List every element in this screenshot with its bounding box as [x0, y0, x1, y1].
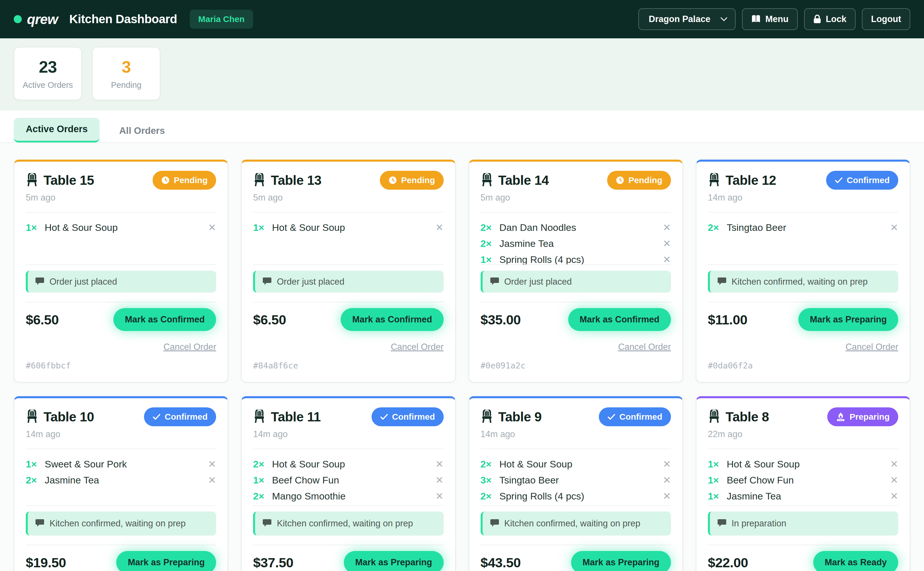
- order-note: Order just placed: [253, 271, 443, 293]
- remove-item-icon[interactable]: ✕: [663, 490, 671, 502]
- order-footer: $22.00 Mark as Ready: [708, 551, 898, 571]
- cancel-order-link[interactable]: Cancel Order: [618, 342, 671, 352]
- status-action-button[interactable]: Mark as Confirmed: [341, 308, 443, 331]
- cancel-order-link[interactable]: Cancel Order: [845, 342, 898, 352]
- status-badge: Pending: [380, 171, 443, 190]
- order-note: Order just placed: [26, 271, 216, 293]
- logout-button[interactable]: Logout: [862, 8, 910, 30]
- speech-bubble-icon: [717, 519, 726, 528]
- order-card: Table 12 Confirmed 14m ago 2× Tsingtao B…: [696, 160, 910, 383]
- order-id: #0e091a2c: [481, 361, 671, 370]
- order-card-header: Table 8 Preparing: [708, 407, 898, 426]
- status-action-button[interactable]: Mark as Ready: [813, 551, 898, 571]
- status-badge-label: Pending: [401, 175, 435, 185]
- table-name: Table 8: [726, 409, 769, 424]
- item-name: Hot & Sour Soup: [272, 222, 345, 233]
- cancel-order-link[interactable]: Cancel Order: [164, 342, 216, 352]
- remove-item-icon[interactable]: ✕: [890, 490, 899, 502]
- status-badge: Confirmed: [826, 171, 898, 190]
- status-action-button[interactable]: Mark as Preparing: [116, 551, 216, 571]
- stat-label: Pending: [111, 80, 141, 90]
- order-time: 22m ago: [708, 429, 898, 440]
- table-name: Table 13: [271, 173, 321, 188]
- status-action-button[interactable]: Mark as Confirmed: [568, 308, 671, 331]
- order-time: 14m ago: [708, 193, 898, 203]
- remove-item-icon[interactable]: ✕: [663, 458, 671, 470]
- table-name: Table 10: [43, 409, 94, 424]
- restaurant-select-value: Dragon Palace: [649, 14, 710, 24]
- item-quantity: 3×: [481, 475, 499, 486]
- status-action-button[interactable]: Mark as Preparing: [571, 551, 671, 571]
- chair-icon: [708, 410, 720, 424]
- order-time: 14m ago: [253, 429, 443, 440]
- remove-item-icon[interactable]: ✕: [663, 238, 671, 249]
- order-total: $35.00: [481, 312, 521, 327]
- order-card-header: Table 15 Pending: [26, 171, 216, 190]
- item-quantity: 2×: [481, 458, 499, 470]
- tab-active-orders[interactable]: Active Orders: [14, 118, 100, 142]
- order-time: 5m ago: [253, 193, 443, 203]
- speech-bubble-icon: [263, 519, 272, 528]
- status-badge: Pending: [153, 171, 216, 190]
- chair-icon: [26, 410, 39, 424]
- menu-button-label: Menu: [765, 14, 789, 24]
- table-name: Table 15: [43, 173, 94, 188]
- remove-item-icon[interactable]: ✕: [436, 458, 444, 470]
- order-items: 1× Hot & Sour Soup ✕: [26, 213, 216, 264]
- remove-item-icon[interactable]: ✕: [436, 490, 444, 502]
- order-item-row: 1× Jasmine Tea ✕: [708, 488, 898, 504]
- order-note-text: Order just placed: [504, 277, 572, 287]
- check-icon: [835, 177, 843, 184]
- order-item-row: 3× Tsingtao Beer ✕: [481, 472, 671, 488]
- order-id: #606fbbcf: [26, 361, 216, 370]
- remove-item-icon[interactable]: ✕: [663, 222, 671, 233]
- order-card-header: Table 10 Confirmed: [26, 407, 216, 426]
- orders-grid: Table 15 Pending 5m ago 1× Hot & Sour So…: [0, 143, 924, 571]
- order-card-header: Table 12 Confirmed: [708, 171, 898, 190]
- menu-button[interactable]: Menu: [742, 8, 798, 30]
- status-action-button[interactable]: Mark as Preparing: [798, 308, 898, 331]
- remove-item-icon[interactable]: ✕: [890, 474, 899, 486]
- status-badge-label: Confirmed: [392, 412, 435, 422]
- status-action-button[interactable]: Mark as Preparing: [344, 551, 444, 571]
- status-badge: Confirmed: [372, 407, 444, 426]
- status-badge-label: Confirmed: [620, 412, 662, 422]
- stats-band: 23 Active Orders 3 Pending: [0, 39, 924, 110]
- item-quantity: 2×: [481, 238, 499, 249]
- order-id: #84a8f6ce: [253, 361, 443, 370]
- item-quantity: 2×: [708, 222, 727, 233]
- status-badge-label: Confirmed: [165, 412, 207, 422]
- speech-bubble-icon: [717, 277, 726, 287]
- cancel-order-link[interactable]: Cancel Order: [391, 342, 443, 352]
- item-quantity: 1×: [708, 491, 727, 502]
- remove-item-icon[interactable]: ✕: [890, 222, 899, 233]
- speech-bubble-icon: [490, 519, 499, 528]
- order-footer: $11.00 Mark as Preparing: [708, 308, 898, 331]
- remove-item-icon[interactable]: ✕: [208, 474, 216, 486]
- lock-icon: [813, 15, 821, 24]
- remove-item-icon[interactable]: ✕: [663, 254, 671, 264]
- remove-item-icon[interactable]: ✕: [890, 458, 899, 470]
- item-quantity: 2×: [26, 475, 45, 486]
- remove-item-icon[interactable]: ✕: [663, 474, 671, 486]
- remove-item-icon[interactable]: ✕: [208, 458, 216, 470]
- status-badge-label: Pending: [174, 175, 207, 185]
- remove-item-icon[interactable]: ✕: [436, 474, 444, 486]
- order-footer: $6.50 Mark as Confirmed: [253, 308, 443, 331]
- remove-item-icon[interactable]: ✕: [208, 222, 216, 233]
- tab-all-orders[interactable]: All Orders: [107, 120, 177, 142]
- restaurant-select[interactable]: Dragon Palace: [638, 8, 735, 30]
- stat-value: 23: [39, 57, 57, 76]
- cancel-row: Cancel Order: [253, 342, 443, 352]
- item-quantity: 1×: [253, 475, 272, 486]
- lock-button[interactable]: Lock: [804, 8, 856, 30]
- order-card-header: Table 13 Pending: [253, 171, 443, 190]
- item-quantity: 2×: [253, 458, 272, 470]
- order-card: Table 15 Pending 5m ago 1× Hot & Sour So…: [14, 160, 228, 383]
- order-total: $11.00: [708, 312, 747, 327]
- order-card: Table 9 Confirmed 14m ago 2× Hot & Sour …: [468, 396, 683, 571]
- status-action-button[interactable]: Mark as Confirmed: [113, 308, 216, 331]
- stat-value: 3: [122, 57, 131, 76]
- item-name: Tsingtao Beer: [727, 222, 786, 233]
- remove-item-icon[interactable]: ✕: [436, 222, 444, 233]
